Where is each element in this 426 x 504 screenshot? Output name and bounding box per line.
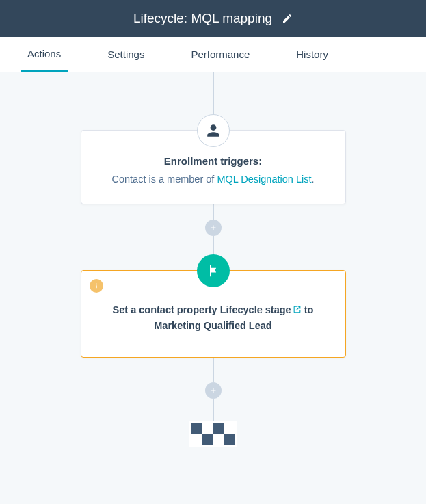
add-step-button[interactable] [205, 382, 222, 399]
action-node-icon-circle [197, 254, 230, 287]
connector-line [213, 204, 214, 220]
tab-performance[interactable]: Performance [184, 37, 256, 72]
action-value: Marketing Qualified Lead [154, 320, 271, 331]
tab-settings[interactable]: Settings [101, 37, 151, 72]
person-node-icon-circle [197, 114, 230, 147]
action-property-link[interactable]: Lifecycle stage [220, 304, 302, 315]
tab-label: Settings [107, 49, 144, 60]
trigger-card-title: Enrollment triggers: [98, 155, 329, 167]
action-card-body: Set a contact property Lifecycle stage t… [105, 302, 322, 334]
person-icon [206, 123, 221, 138]
tab-label: Actions [27, 48, 61, 59]
enrollment-trigger-card[interactable]: Enrollment triggers: Contact is a member… [81, 130, 346, 204]
tabs: Actions Settings Performance History [0, 37, 426, 72]
plus-icon [209, 386, 217, 395]
action-property-label: Lifecycle stage [220, 304, 291, 315]
connector-line [213, 72, 214, 120]
tab-actions[interactable]: Actions [21, 37, 68, 72]
workflow-canvas: Enrollment triggers: Contact is a member… [0, 72, 426, 504]
trigger-list-link[interactable]: MQL Designation List [217, 174, 311, 185]
info-badge[interactable] [90, 279, 103, 293]
external-link-icon [293, 305, 302, 314]
tab-label: Performance [191, 49, 250, 60]
svg-rect-1 [96, 285, 96, 288]
edit-icon[interactable] [282, 13, 293, 24]
connector-line [213, 399, 214, 423]
action-prefix: Set a contact property [113, 304, 220, 315]
trigger-prefix: Contact is a member of [111, 174, 217, 185]
svg-point-0 [96, 283, 97, 284]
action-middle: to [302, 304, 314, 315]
tab-history[interactable]: History [289, 37, 335, 72]
connector-line [213, 358, 214, 382]
finish-checkered-icon [191, 423, 235, 445]
plus-icon [209, 224, 217, 232]
action-card[interactable]: Set a contact property Lifecycle stage t… [81, 270, 346, 358]
tab-label: History [296, 49, 328, 60]
trigger-card-body: Contact is a member of MQL Designation L… [98, 172, 329, 187]
flag-icon [207, 264, 220, 278]
trigger-suffix: . [311, 174, 314, 185]
page-header: Lifecycle: MQL mapping [0, 0, 426, 37]
page-title: Lifecycle: MQL mapping [133, 11, 272, 26]
add-step-button[interactable] [205, 220, 222, 236]
info-icon [93, 282, 100, 289]
